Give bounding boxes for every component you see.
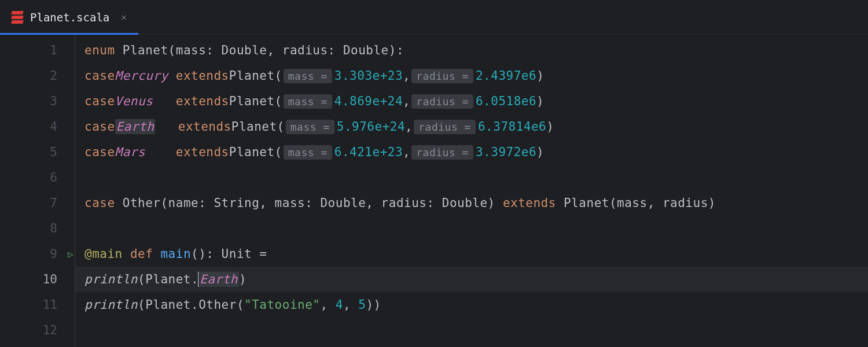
- comma: ,: [403, 69, 410, 83]
- number-literal: 5.976e+24: [337, 120, 405, 134]
- call-open: Planet(: [229, 69, 282, 83]
- code-line-6[interactable]: [84, 165, 868, 190]
- code-line-10[interactable]: println(Planet.Earth): [75, 267, 868, 292]
- param-hint-radius: radius =: [414, 120, 476, 134]
- gutter-line[interactable]: 10: [0, 267, 75, 292]
- tab-bar: Planet.scala ✕: [0, 0, 868, 35]
- param-hint-radius: radius =: [411, 145, 473, 160]
- param-hint-radius: radius =: [411, 69, 473, 83]
- number-literal: 6.0518e6: [476, 94, 536, 108]
- gutter-line[interactable]: 12: [0, 318, 75, 343]
- annotation-main: @main: [84, 247, 123, 261]
- code-line-2[interactable]: case Mercury extends Planet(mass =3.303e…: [84, 63, 868, 88]
- code-area[interactable]: enum Planet(mass: Double, radius: Double…: [75, 35, 868, 347]
- param-hint-radius: radius =: [411, 94, 473, 109]
- number-literal: 6.37814e6: [478, 120, 546, 134]
- expr-close: ): [239, 272, 247, 286]
- number-literal: 4: [336, 298, 343, 312]
- gutter-line[interactable]: 7: [0, 190, 75, 216]
- close-icon[interactable]: ✕: [121, 12, 127, 23]
- gutter-line[interactable]: 5: [0, 139, 75, 165]
- call-close: ): [536, 69, 544, 83]
- line-number: 5: [50, 145, 57, 159]
- param-hint-mass: mass =: [286, 120, 334, 134]
- code-line-9[interactable]: @main def main(): Unit =: [84, 241, 868, 267]
- code-line-1[interactable]: enum Planet(mass: Double, radius: Double…: [84, 38, 868, 63]
- gutter-line[interactable]: 9▷: [0, 241, 75, 267]
- line-number: 3: [50, 94, 57, 108]
- call-println: println: [84, 298, 138, 312]
- line-number: 12: [43, 323, 57, 337]
- gutter-line[interactable]: 3: [0, 88, 75, 114]
- comma: ,: [320, 298, 335, 312]
- param-hint-mass: mass =: [284, 69, 332, 83]
- gutter-line[interactable]: 11: [0, 292, 75, 318]
- line-number: 1: [50, 43, 57, 57]
- code-line-11[interactable]: println(Planet.Other("Tatooine", 4, 5)): [84, 292, 868, 318]
- comma: ,: [343, 298, 358, 312]
- code-line-8[interactable]: [84, 216, 868, 241]
- line-number: 6: [50, 171, 57, 184]
- code-line-4[interactable]: case Earth extends Planet(mass =5.976e+2…: [84, 114, 868, 139]
- case-name: Earth: [115, 119, 156, 134]
- call-close: ): [536, 145, 544, 159]
- number-literal: 5: [358, 298, 366, 312]
- number-literal: 3.303e+23: [334, 69, 403, 83]
- file-tab[interactable]: Planet.scala ✕: [0, 0, 138, 34]
- expr-open: (Planet.: [138, 272, 198, 286]
- code-line-5[interactable]: case Mars extends Planet(mass =6.421e+23…: [84, 139, 868, 165]
- keyword-extends: extends: [503, 196, 556, 210]
- param-hint-mass: mass =: [284, 94, 332, 109]
- gutter-line[interactable]: 2: [0, 63, 75, 88]
- gutter-line[interactable]: 6: [0, 165, 75, 190]
- line-number: 8: [50, 222, 57, 235]
- number-literal: 2.4397e6: [476, 69, 536, 83]
- case-name: Mars: [115, 145, 146, 159]
- line-number: 9: [50, 247, 57, 261]
- line-number: 7: [50, 196, 57, 210]
- call-println: println: [84, 272, 138, 286]
- type-name: Planet: [123, 43, 168, 57]
- gutter-line[interactable]: 4: [0, 114, 75, 139]
- keyword-def: def: [130, 247, 153, 261]
- line-number: 11: [43, 298, 57, 312]
- number-literal: 4.869e+24: [334, 94, 403, 108]
- keyword-case: case: [84, 94, 115, 108]
- call-open: Planet(: [229, 145, 282, 159]
- keyword-extends: extends: [176, 145, 229, 159]
- case-other-sig: Other(name: String, mass: Double, radius…: [123, 196, 495, 210]
- line-number: 10: [43, 272, 57, 286]
- keyword-extends: extends: [176, 94, 229, 108]
- code-line-12[interactable]: [84, 318, 868, 343]
- run-icon[interactable]: ▷: [68, 249, 73, 260]
- editor: 123456789▷101112 enum Planet(mass: Doubl…: [0, 35, 868, 347]
- expr-close: )): [366, 298, 381, 312]
- tab-filename: Planet.scala: [30, 11, 109, 24]
- gutter: 123456789▷101112: [0, 35, 75, 347]
- main-signature: (): Unit =: [191, 247, 267, 261]
- number-literal: 3.3972e6: [476, 145, 536, 159]
- ref-earth: Earth: [198, 272, 239, 287]
- call-close: ): [546, 120, 554, 134]
- extends-target: Planet(mass, radius): [564, 196, 716, 210]
- call-open: Planet(: [229, 94, 282, 108]
- keyword-case: case: [84, 145, 115, 159]
- keyword-case: case: [84, 69, 115, 83]
- keyword-case: case: [84, 196, 115, 210]
- gutter-line[interactable]: 8: [0, 216, 75, 241]
- keyword-extends: extends: [176, 69, 229, 83]
- comma: ,: [403, 145, 410, 159]
- string-literal: "Tatooine": [244, 298, 320, 312]
- scala-icon: [12, 11, 23, 24]
- keyword-extends: extends: [178, 120, 231, 134]
- line-number: 2: [50, 69, 57, 83]
- signature: (mass: Double, radius: Double):: [168, 43, 404, 57]
- gutter-line[interactable]: 1: [0, 38, 75, 63]
- keyword-case: case: [84, 120, 115, 134]
- code-line-7[interactable]: case Other(name: String, mass: Double, r…: [84, 190, 868, 216]
- comma: ,: [403, 94, 410, 108]
- code-line-3[interactable]: case Venus extends Planet(mass =4.869e+2…: [84, 88, 868, 114]
- number-literal: 6.421e+23: [334, 145, 403, 159]
- expr-open: (Planet.Other(: [138, 298, 244, 312]
- call-open: Planet(: [231, 120, 285, 134]
